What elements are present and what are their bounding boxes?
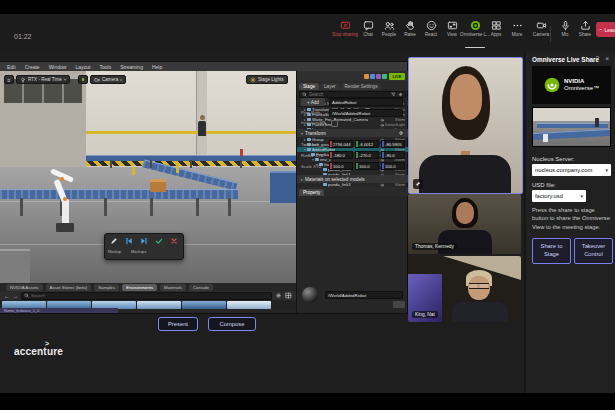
transform-value-field[interactable]: -80.5905 (381, 140, 405, 148)
browser-tab-materials[interactable]: Materials (160, 284, 186, 291)
environment-thumbnail[interactable] (137, 301, 181, 309)
toolbar-mic-button[interactable]: Mic (554, 20, 576, 46)
menu-tools[interactable]: Tools (99, 64, 111, 70)
takeover-control-button[interactable]: Takeover Control (574, 238, 613, 264)
session-avatars (364, 74, 387, 79)
options-gear-icon[interactable] (398, 92, 403, 97)
toolbar-item-chat[interactable]: Chat (357, 20, 379, 46)
markup-prev-icon[interactable] (125, 237, 133, 245)
participant-video-3[interactable]: King, Nat (408, 256, 521, 322)
menu-streaming[interactable]: Streaming (120, 64, 143, 70)
markup-next-icon[interactable] (140, 237, 148, 245)
teams-meeting-window: 01:22 Stop sharing ChatPeopleRaiseReactV… (0, 0, 615, 410)
transform-value-field[interactable]: -90.0 (381, 151, 405, 159)
camera-dropdown[interactable]: Camera▸ (90, 75, 126, 84)
meeting-toolbar: 01:22 Stop sharing ChatPeopleRaiseReactV… (0, 14, 615, 52)
leave-button[interactable]: Leave (596, 22, 615, 37)
pin-icon (415, 181, 421, 187)
toolbar-item-raise[interactable]: Raise (399, 20, 421, 46)
transform-value-field[interactable]: 100.0 (329, 162, 353, 170)
viewport-settings-button[interactable] (78, 75, 88, 84)
stage-search-bar (299, 91, 406, 98)
tab-stage[interactable]: Stage (299, 83, 319, 90)
toolbar-item-react[interactable]: React (420, 20, 442, 46)
toolbar-item-more[interactable]: More (506, 20, 528, 46)
add-property-button[interactable]: + Add (301, 98, 325, 106)
toolbar-item-apps[interactable]: Apps (485, 20, 507, 46)
prim-name-field[interactable]: AddedRobot (329, 98, 403, 106)
browser-search-input[interactable] (31, 293, 269, 298)
share-tray-icon (580, 20, 591, 31)
transform-section-header[interactable]: ▾ Transform (297, 129, 408, 137)
menu-create[interactable]: Create (25, 64, 40, 70)
prim-path-field[interactable]: /World/AddedRobot (329, 109, 403, 117)
instanceable-checkbox[interactable] (331, 120, 338, 127)
transform-value-field[interactable]: 100.0 (381, 162, 405, 170)
transform-value-field[interactable]: 2756.044 (329, 140, 353, 148)
browser-tab-environments[interactable]: Environments (122, 284, 157, 291)
tab-layer[interactable]: Layer (320, 83, 340, 90)
crate-on-conveyor (150, 179, 166, 192)
compose-button[interactable]: Compose (208, 317, 256, 331)
transform-gear-icon[interactable] (398, 130, 404, 136)
toolbar-camera-button[interactable]: Camera (530, 20, 552, 46)
browser-tab-console[interactable]: Console (189, 284, 213, 291)
markup-approve-icon[interactable] (155, 237, 163, 245)
transform-value-field[interactable]: -270.0 (355, 151, 379, 159)
menu-layout[interactable]: Layout (75, 64, 90, 70)
menu-edit[interactable]: Edit (7, 64, 16, 70)
pin-button[interactable] (413, 179, 423, 189)
transform-value-field[interactable]: 100.0 (355, 162, 379, 170)
property-tabbar: Property (297, 187, 408, 196)
present-button[interactable]: Present (158, 317, 198, 331)
usd-file-select[interactable]: factory.usd▾ (532, 190, 586, 202)
markup-label: Markup (108, 249, 121, 254)
stage-panel-tabs: StageLayerRender Settings (297, 81, 408, 90)
browser-tab-samples[interactable]: Samples (94, 284, 119, 291)
renderer-dropdown[interactable]: RTX - Real Time▾ (16, 75, 70, 84)
menu-help[interactable]: Help (152, 64, 162, 70)
transform-value-field[interactable]: -6.0012 (355, 140, 379, 148)
close-icon[interactable]: × (605, 55, 609, 62)
markup-pencil-icon[interactable] (110, 237, 118, 245)
stage-lights-button[interactable]: Stage Lights (246, 75, 288, 84)
nav-back-icon[interactable]: ← (4, 293, 10, 299)
help-icon[interactable]: ? (595, 55, 599, 62)
session-avatar (382, 74, 387, 79)
omniverse-swirl-icon (544, 77, 560, 93)
material-path-field[interactable]: /World/AddedRobot (325, 291, 403, 299)
thumbnail-scrollbar[interactable] (393, 301, 405, 308)
machine-unit (270, 171, 296, 203)
panel-title: Omniverse Live Share (532, 56, 599, 63)
toolbar-item-people[interactable]: People (378, 20, 400, 46)
tab-property[interactable]: Property (299, 189, 324, 196)
nav-forward-icon[interactable]: → (13, 293, 19, 299)
browser-grid-view-icon[interactable] (285, 292, 292, 299)
toolbar-share-button[interactable]: Share (574, 20, 596, 46)
viewport-menu-button[interactable]: ≡ (4, 75, 14, 84)
menu-window[interactable]: Window (49, 64, 67, 70)
nucleus-server-select[interactable]: nucleus.company.com▾ (532, 164, 611, 176)
live-session-button[interactable]: LIVE (389, 73, 405, 80)
content-browser-tabs: NVIDIA AssetsAsset Stores (beta)SamplesE… (0, 283, 296, 291)
share-to-stage-button[interactable]: Share to Stage (532, 238, 571, 264)
sun-icon (250, 77, 256, 83)
browser-tab-nvidia-assets[interactable]: NVIDIA Assets (6, 284, 43, 291)
participant-video-1[interactable] (408, 57, 523, 194)
tab-render-settings[interactable]: Render Settings (341, 83, 382, 90)
glasses (469, 283, 489, 289)
transform-value-field[interactable]: -180.0 (329, 151, 353, 159)
environment-thumbnail[interactable] (182, 301, 226, 309)
viewport-3d[interactable]: ≡ RTX - Real Time▾ Camera▸ Stage Lights (0, 71, 296, 283)
materials-section-header[interactable]: ▸ Materials on selected models (297, 175, 408, 183)
markup-reject-icon[interactable] (170, 237, 178, 245)
participant-video-2[interactable]: Thomas, Kennedy (408, 194, 521, 254)
stage-search-input[interactable] (309, 92, 389, 97)
environment-thumbnail[interactable] (227, 301, 271, 309)
more-icon (512, 20, 523, 31)
browser-settings-gear-icon[interactable] (275, 292, 282, 299)
browser-tab-asset-stores-beta[interactable]: Asset Stores (beta) (46, 284, 92, 291)
utility-cart (0, 249, 30, 283)
search-icon (302, 92, 307, 97)
funnel-icon[interactable] (391, 92, 396, 97)
